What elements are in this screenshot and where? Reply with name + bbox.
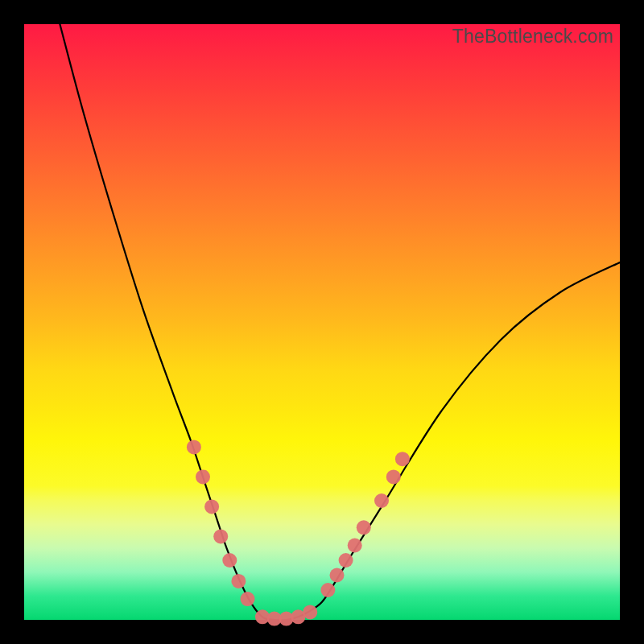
curve-marker — [320, 583, 335, 597]
curve-marker — [386, 469, 401, 484]
curve-marker — [231, 574, 246, 588]
curve-marker — [213, 529, 228, 543]
curve-marker — [222, 553, 237, 568]
curve-marker — [374, 493, 389, 508]
plot-area: TheBottleneck.com — [24, 24, 620, 620]
curve-marker — [241, 592, 255, 606]
curve-marker — [348, 539, 362, 553]
bottleneck-curve — [60, 24, 620, 620]
curve-marker — [357, 520, 371, 535]
curve-marker — [196, 469, 210, 484]
curve-marker — [330, 568, 345, 583]
marker-group — [187, 440, 410, 625]
curve-marker — [204, 499, 219, 514]
chart-svg — [24, 24, 620, 620]
curve-marker — [339, 553, 353, 568]
curve-marker — [187, 440, 201, 454]
curve-marker — [303, 605, 317, 619]
chart-container: TheBottleneck.com — [0, 0, 644, 644]
curve-marker — [395, 452, 410, 466]
